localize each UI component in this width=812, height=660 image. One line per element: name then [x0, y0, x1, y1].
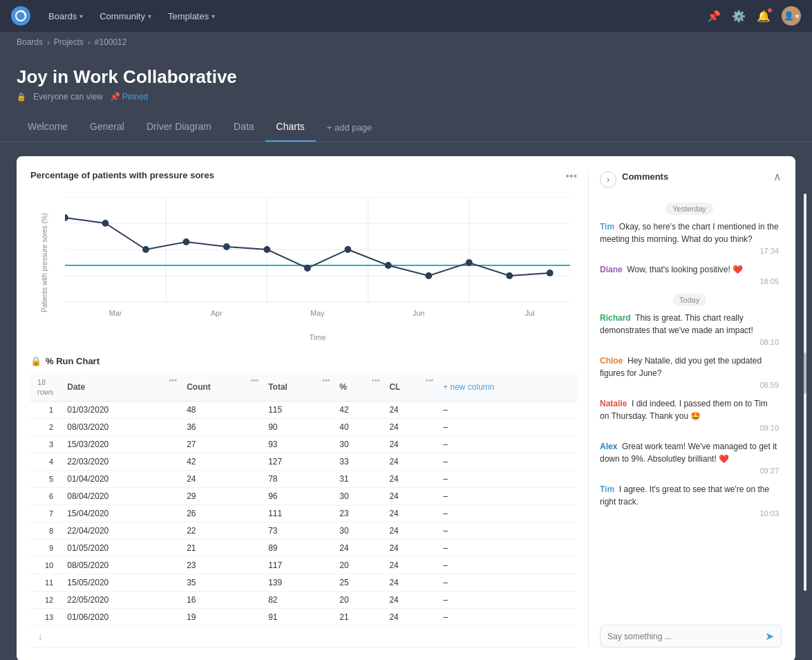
col-menu-count[interactable]: •••	[251, 376, 259, 384]
row-num-header: 18 rows	[30, 373, 60, 402]
notifications-icon[interactable]: 🔔	[757, 10, 771, 23]
cell-pct[interactable]: 30	[332, 522, 382, 540]
cell-pct[interactable]: 30	[332, 436, 382, 453]
cell-dash: –	[436, 488, 577, 505]
cell-cl[interactable]: 24	[382, 574, 436, 592]
cell-cl[interactable]: 24	[382, 453, 436, 471]
col-menu-total[interactable]: •••	[322, 376, 330, 384]
nav-boards[interactable]: Boards ▾	[41, 7, 90, 26]
cell-date: 08/04/2020	[60, 488, 180, 505]
tabs-bar: Welcome General Driver Diagram Data Char…	[0, 113, 812, 142]
cell-cl[interactable]: 24	[382, 402, 436, 419]
page-title: Joy in Work Collaborative	[17, 66, 795, 88]
comment-5-author[interactable]: Natalie	[600, 399, 627, 408]
comment-6-author[interactable]: Alex	[600, 442, 617, 451]
chart-card: Percentage of patients with pressure sor…	[17, 156, 795, 660]
chart-container: Patients with pressure sores (%)	[30, 197, 577, 349]
cell-pct[interactable]: 24	[332, 540, 382, 557]
row-num: 13	[30, 609, 60, 626]
app-logo[interactable]	[11, 6, 30, 26]
cell-cl[interactable]: 24	[382, 488, 436, 505]
avatar[interactable]: 👤 ▾	[782, 6, 801, 26]
chart-title: Percentage of patients with pressure sor…	[30, 170, 214, 180]
tab-welcome[interactable]: Welcome	[17, 113, 79, 142]
svg-point-28	[547, 270, 554, 276]
cell-cl[interactable]: 24	[382, 609, 436, 626]
chart-x-label: Time	[65, 333, 570, 341]
tab-data[interactable]: Data	[223, 113, 265, 142]
cell-count: 24	[180, 471, 261, 488]
nav-templates[interactable]: Templates ▾	[161, 7, 222, 26]
col-menu-date[interactable]: •••	[169, 376, 178, 384]
scrollbar[interactable]	[804, 194, 806, 591]
add-row-button[interactable]: ↓	[30, 626, 577, 648]
col-menu-cl[interactable]: •••	[426, 376, 434, 384]
cell-pct[interactable]: 30	[332, 488, 382, 505]
col-header-add[interactable]: + new column	[436, 373, 577, 402]
comment-4: Chloe Hey Natalie, did you get the updat…	[600, 355, 779, 389]
cell-cl[interactable]: 24	[382, 592, 436, 609]
tab-charts[interactable]: Charts	[265, 113, 316, 142]
cell-cl[interactable]: 24	[382, 540, 436, 557]
cell-total: 91	[261, 609, 332, 626]
tab-general[interactable]: General	[79, 113, 135, 142]
cell-dash: –	[436, 557, 577, 574]
comment-2-author[interactable]: Diane	[600, 265, 623, 274]
collapse-comments-button[interactable]: ∧	[773, 170, 782, 183]
comment-1-author[interactable]: Tim	[600, 222, 614, 232]
cell-pct[interactable]: 31	[332, 471, 382, 488]
send-comment-button[interactable]: ➤	[765, 630, 774, 643]
cell-cl[interactable]: 24	[382, 557, 436, 574]
nav-community[interactable]: Community ▾	[93, 7, 158, 26]
table-header-row: 18 rows Date ••• Count ••• Tot	[30, 373, 577, 402]
cell-cl[interactable]: 24	[382, 471, 436, 488]
comment-3-author[interactable]: Richard	[600, 313, 631, 323]
boards-chevron-icon: ▾	[79, 12, 83, 20]
cell-pct[interactable]: 40	[332, 419, 382, 436]
comment-input[interactable]	[607, 632, 765, 641]
yesterday-label: Yesterday	[665, 202, 713, 215]
breadcrumb-boards[interactable]: Boards	[17, 37, 43, 47]
cell-total: 117	[261, 557, 332, 574]
pin-icon[interactable]: 📌	[707, 10, 721, 23]
breadcrumb-id[interactable]: #100012	[95, 37, 127, 47]
cell-date: 01/04/2020	[60, 471, 180, 488]
page-header: Joy in Work Collaborative 🔒 Everyone can…	[0, 53, 812, 102]
chart-inner: 10 20 30 40 50	[65, 197, 570, 349]
svg-point-19	[183, 238, 190, 245]
tab-driver-diagram[interactable]: Driver Diagram	[135, 113, 223, 142]
cell-date: 22/03/2020	[60, 453, 180, 471]
cell-pct[interactable]: 20	[332, 557, 382, 574]
cell-pct[interactable]: 20	[332, 592, 382, 609]
col-menu-pct[interactable]: •••	[372, 376, 380, 384]
data-table: 18 rows Date ••• Count ••• Tot	[30, 373, 577, 648]
row-num: 10	[30, 557, 60, 574]
settings-icon[interactable]: ⚙️	[732, 10, 746, 23]
cell-pct[interactable]: 42	[332, 402, 382, 419]
cell-count: 36	[180, 419, 261, 436]
cell-pct[interactable]: 23	[332, 505, 382, 522]
cell-pct[interactable]: 33	[332, 453, 382, 471]
templates-chevron-icon: ▾	[211, 12, 215, 20]
card-left: Percentage of patients with pressure sor…	[30, 170, 577, 648]
cell-pct[interactable]: 25	[332, 574, 382, 592]
breadcrumb-projects[interactable]: Projects	[54, 37, 84, 47]
comment-4-author[interactable]: Chloe	[600, 356, 623, 366]
cell-dash: –	[436, 522, 577, 540]
cell-total: 111	[261, 505, 332, 522]
pinned-badge[interactable]: 📌 Pinned	[110, 92, 148, 102]
cell-cl[interactable]: 24	[382, 419, 436, 436]
cell-total: 127	[261, 453, 332, 471]
chart-more-button[interactable]: •••	[565, 170, 577, 182]
add-page-button[interactable]: + add page	[316, 114, 383, 141]
cell-pct[interactable]: 21	[332, 609, 382, 626]
cell-cl[interactable]: 24	[382, 505, 436, 522]
comment-7-author[interactable]: Tim	[600, 484, 614, 494]
cell-cl[interactable]: 24	[382, 436, 436, 453]
cell-date: 01/05/2020	[60, 540, 180, 557]
cell-total: 96	[261, 488, 332, 505]
cell-dash: –	[436, 609, 577, 626]
cell-cl[interactable]: 24	[382, 522, 436, 540]
cell-dash: –	[436, 453, 577, 471]
expand-comments-button[interactable]: ›	[600, 171, 616, 188]
